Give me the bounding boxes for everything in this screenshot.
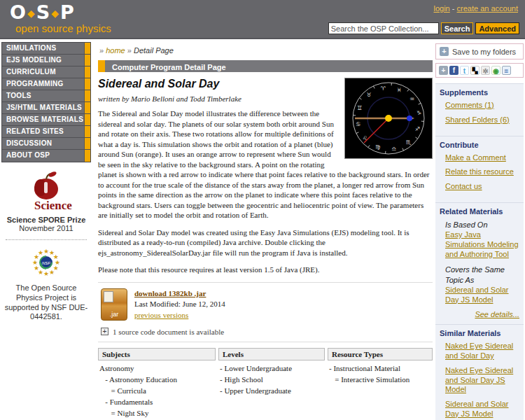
login-link[interactable]: login	[434, 4, 450, 13]
subjects-table: Subjects Astronomy - Astronomy Education…	[98, 348, 216, 419]
subjects-header: Subjects	[98, 348, 216, 360]
levels-header: Levels	[218, 348, 325, 360]
planet-dot	[407, 115, 412, 121]
resource-article: ♈♉♊♋♌♍♎♏♐♑♒♓ Sidereal and Solar Day writ…	[98, 78, 433, 420]
nav-item[interactable]: PROGRAMMING	[2, 78, 90, 90]
svg-text:♊: ♊	[357, 105, 362, 111]
nav-item[interactable]: JS/HTML MATERIALS	[2, 102, 90, 114]
resource-types-table: Resource Types - Instructional Material …	[328, 348, 433, 419]
breadcrumb-home-link[interactable]: home	[106, 46, 125, 55]
contribute-link[interactable]: Make a Comment	[445, 153, 519, 163]
nav-item[interactable]: ABOUT OSP	[2, 150, 90, 162]
supplements-section: Supplements Comments (1)Shared Folders (…	[435, 83, 524, 136]
related-material-link[interactable]: Sidereal and Solar Day JS Model	[445, 286, 509, 304]
sun-dot	[385, 115, 392, 122]
divider	[6, 239, 87, 240]
svg-text:♎: ♎	[391, 146, 396, 152]
delicious-icon[interactable]: ▚	[470, 66, 479, 75]
advanced-search-button[interactable]: Advanced	[475, 22, 519, 34]
svg-text:♉: ♉	[366, 92, 371, 98]
save-to-folders-label: Save to my folders	[452, 48, 516, 56]
svg-text:♋: ♋	[356, 121, 360, 127]
nav-item[interactable]: RELATED SITES	[2, 126, 90, 138]
subject-line: - Fundamentals	[99, 397, 214, 408]
download-link[interactable]: download 1382kb .jar	[134, 288, 225, 299]
nsf-logo-icon: NSF ★★★★★★★★★★★★	[31, 247, 62, 278]
nav-item[interactable]: EJS MODELING	[2, 55, 90, 66]
jar-file-icon[interactable]: .jar	[101, 288, 127, 321]
java-note: Please note that this resource requires …	[98, 265, 433, 275]
contribute-link[interactable]: Relate this resource	[445, 167, 519, 177]
similar-material-link[interactable]: Sidereal and Solar Day JS Model	[445, 400, 519, 419]
diamond-icon: ◆	[51, 8, 60, 19]
contribute-section: Contribute Make a CommentRelate this res…	[435, 136, 524, 202]
relation-type-label: Covers the Same Topic As	[445, 265, 519, 285]
svg-text:♓: ♓	[396, 87, 401, 93]
metadata-tables: Subjects Astronomy - Astronomy Education…	[98, 348, 433, 420]
share-icon[interactable]: +	[439, 66, 448, 75]
subject-line: - Astronomy Education	[99, 374, 214, 386]
breadcrumb-arrow: »	[127, 46, 132, 55]
similar-materials-section: Similar Materials Naked Eye Sidereal and…	[435, 324, 524, 420]
svg-text:★: ★	[38, 269, 43, 276]
site-header: O◆S◆P open source physics login - create…	[0, 0, 525, 39]
related-material-link[interactable]: Easy Java Simulations Modeling and Autho…	[445, 230, 519, 258]
osp-logo[interactable]: O◆S◆P open source physics	[10, 3, 111, 34]
simulation-preview-image: ♈♉♊♋♌♍♎♏♐♑♒♓	[344, 78, 433, 159]
page-banner-label: Computer Program Detail Page	[98, 63, 226, 71]
see-details-link[interactable]: See details...	[475, 310, 519, 318]
stumbleupon-icon[interactable]: ◉	[491, 66, 500, 75]
science-wordmark: Science	[15, 199, 91, 213]
nsf-caption: The Open Source Physics Project is suppo…	[1, 284, 91, 322]
search-button[interactable]: Search	[441, 22, 474, 34]
page-banner: Computer Program Detail Page	[98, 60, 433, 72]
nav-item[interactable]: BROWSE MATERIALS	[2, 114, 90, 126]
osp-logo-letters: O◆S◆P	[10, 3, 111, 23]
divider	[98, 342, 433, 342]
facebook-icon[interactable]: f	[449, 66, 458, 75]
previous-versions-link[interactable]: previous versions	[134, 310, 225, 321]
related-group: Is Based On Easy Java Simulations Modeli…	[445, 220, 519, 260]
divider	[98, 282, 433, 283]
social-share-bar: + f t ▚ ✲ ◉ ≡	[435, 63, 524, 78]
related-materials-section: Related Materials Is Based On Easy Java …	[435, 202, 524, 325]
supplement-link[interactable]: Shared Folders (6)	[445, 115, 519, 125]
ejs-paragraph: Sidereal and Solar Day model was created…	[98, 227, 433, 258]
subject-line: Astronomy	[99, 363, 214, 374]
expand-plus-icon[interactable]: +	[101, 328, 108, 335]
nav-item[interactable]: TOOLS	[2, 90, 90, 102]
create-account-link[interactable]: create an account	[457, 4, 518, 13]
contribute-link[interactable]: Contact us	[445, 182, 519, 192]
contribute-heading: Contribute	[440, 141, 519, 149]
nsf-credit: NSF ★★★★★★★★★★★★ The Open Source Physics…	[1, 247, 91, 322]
twitter-icon[interactable]: t	[460, 66, 469, 75]
breadcrumb-current: Detail Page	[134, 46, 174, 55]
level-line: - High School	[220, 374, 323, 386]
spore-prize-date: November 2011	[1, 224, 91, 232]
levels-table: Levels - Lower Undergraduate- High Schoo…	[218, 348, 325, 419]
related-materials-heading: Related Materials	[440, 207, 519, 216]
subject-line: = Curricula	[99, 386, 214, 397]
save-to-folders-button[interactable]: + Save to my folders	[435, 43, 524, 59]
svg-text:♌: ♌	[363, 135, 368, 141]
svg-text:♈: ♈	[381, 85, 386, 92]
svg-text:★: ★	[43, 270, 49, 277]
svg-text:♍: ♍	[375, 144, 380, 150]
search-input[interactable]	[328, 22, 439, 34]
digg-icon[interactable]: ✲	[481, 66, 490, 75]
link-separator: -	[452, 4, 455, 13]
breadcrumb-arrow: »	[99, 46, 104, 55]
svg-text:♏: ♏	[406, 139, 412, 146]
nav-item[interactable]: DISCUSSION	[2, 138, 90, 150]
nav-item[interactable]: CURRICULUM	[2, 66, 90, 78]
nav-item[interactable]: SIMULATIONS	[2, 43, 90, 55]
supplements-heading: Supplements	[440, 88, 519, 97]
blog-icon[interactable]: ≡	[502, 66, 511, 75]
plus-icon: +	[440, 47, 449, 56]
main-content: » home » Detail Page Computer Program De…	[98, 39, 433, 420]
left-sidebar: SIMULATIONSEJS MODELINGCURRICULUMPROGRAM…	[0, 39, 91, 420]
svg-text:♒: ♒	[410, 96, 414, 102]
supplement-link[interactable]: Comments (1)	[445, 101, 519, 111]
similar-material-link[interactable]: Naked Eye Sidereal and Solar Day	[445, 342, 519, 361]
similar-material-link[interactable]: Naked Eye Sidereal and Solar Day JS Mode…	[445, 366, 519, 395]
